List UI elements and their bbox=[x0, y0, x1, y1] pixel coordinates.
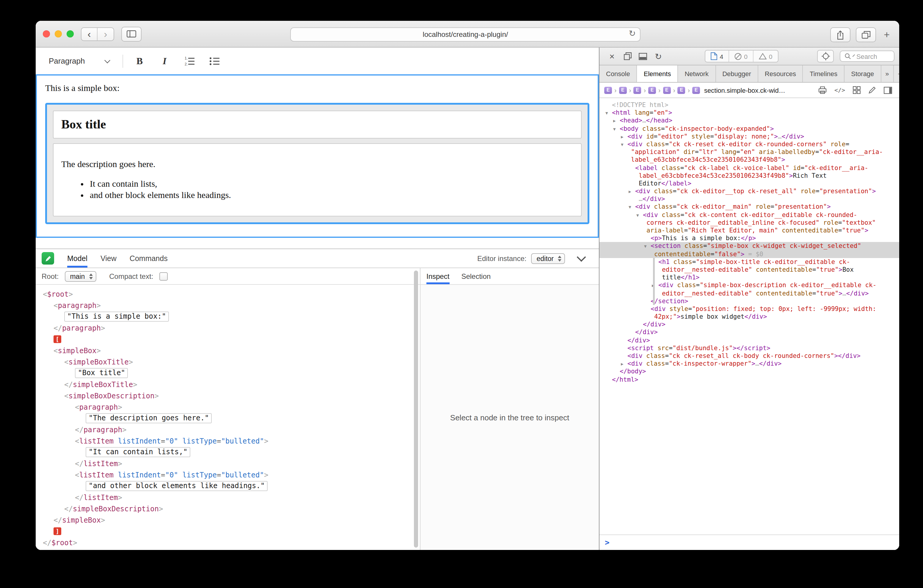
dom-tree-line[interactable]: <h1 class="simple-box-title ck-editor__e… bbox=[599, 258, 899, 266]
zoom-window-button[interactable] bbox=[67, 30, 74, 38]
rich-text-editable[interactable]: This is a simple box: Box title The desc… bbox=[36, 74, 599, 238]
element-badge-icon[interactable]: E bbox=[619, 87, 627, 94]
dom-tree-line[interactable]: contenteditable="false"> = $0 bbox=[599, 250, 899, 258]
dom-tree-line[interactable]: </body> bbox=[599, 368, 899, 375]
simple-box-list-item[interactable]: It can contain lists, bbox=[90, 179, 573, 189]
print-styles-icon[interactable] bbox=[818, 86, 827, 94]
devtools-tab-timelines[interactable]: Timelines bbox=[803, 66, 844, 82]
element-badge-icon[interactable]: E bbox=[678, 87, 685, 94]
model-tree-line[interactable]: "This is a simple box:" bbox=[36, 311, 420, 322]
model-tree-line[interactable]: </$root> bbox=[36, 537, 420, 548]
minimize-window-button[interactable] bbox=[55, 30, 62, 38]
dom-tree-line[interactable]: <!DOCTYPE html> bbox=[599, 101, 899, 109]
model-tree-line[interactable]: <paragraph> bbox=[36, 401, 420, 412]
show-source-icon[interactable]: </> bbox=[834, 87, 845, 94]
reload-icon[interactable]: ↻ bbox=[629, 28, 636, 38]
dom-tree-line[interactable]: Editor</label> bbox=[599, 179, 899, 187]
disclosure-open-icon[interactable]: ▾ bbox=[613, 125, 620, 133]
tab-overview-button[interactable] bbox=[856, 27, 876, 42]
editor-paragraph[interactable]: This is a simple box: bbox=[45, 83, 590, 94]
tab-overflow-icon[interactable]: » bbox=[881, 66, 893, 82]
dom-tree-line[interactable]: ▾<body class="ck-inspector-body-expanded… bbox=[599, 125, 899, 132]
dom-tree-line[interactable]: corners ck-editor__editable_inline ck-fo… bbox=[599, 219, 899, 227]
inspector-tab-model[interactable]: Model bbox=[67, 249, 87, 268]
simple-box-description-editable[interactable]: The description goes here. It can contai… bbox=[53, 143, 581, 217]
issues-count-button[interactable]: 0 bbox=[729, 51, 753, 62]
devtools-tab-console[interactable]: Console bbox=[599, 66, 637, 82]
dom-tree-line[interactable]: editor__nested-editable" contenteditable… bbox=[599, 289, 899, 297]
details-sidebar-icon[interactable] bbox=[884, 87, 892, 94]
italic-button[interactable]: I bbox=[156, 53, 173, 69]
disclosure-open-icon[interactable]: ▾ bbox=[644, 243, 650, 251]
disclosure-closed-icon[interactable]: ▸ bbox=[621, 360, 627, 368]
devtools-tab-network[interactable]: Network bbox=[678, 66, 716, 82]
dom-tree-line[interactable]: title</h1> bbox=[599, 273, 899, 281]
address-bar[interactable]: localhost/creating-a-plugin/ ↻ bbox=[290, 27, 641, 42]
element-badge-icon[interactable]: E bbox=[663, 87, 670, 94]
root-select[interactable]: main bbox=[64, 271, 96, 281]
dom-tree-line[interactable]: ▾<div class="ck ck-reset ck-editor ck-ro… bbox=[599, 140, 899, 148]
console-prompt-row[interactable]: > bbox=[599, 534, 899, 550]
devtools-tab-elements[interactable]: Elements bbox=[637, 66, 678, 82]
dom-tree-line[interactable]: </section> bbox=[599, 297, 899, 305]
model-tree-line[interactable]: </paragraph> bbox=[36, 424, 420, 435]
inspector-side-tab-inspect[interactable]: Inspect bbox=[426, 268, 449, 284]
dom-tree-line[interactable]: </html> bbox=[599, 375, 899, 383]
simple-box-list-item[interactable]: and other block elements like headings. bbox=[90, 190, 573, 200]
dom-tree-line[interactable]: <p>This is a simple box:</p> bbox=[599, 234, 899, 242]
edit-icon[interactable] bbox=[868, 86, 876, 94]
element-badge-icon[interactable]: E bbox=[634, 87, 641, 94]
disclosure-open-icon[interactable]: ▾ bbox=[621, 141, 627, 149]
model-tree-line[interactable]: [ bbox=[36, 333, 420, 345]
back-button[interactable]: ‹ bbox=[82, 28, 97, 40]
dom-tree-line[interactable]: </div> bbox=[599, 328, 899, 336]
close-devtools-button[interactable]: × bbox=[604, 50, 620, 63]
new-tab-button[interactable]: + bbox=[881, 29, 892, 41]
tree-scrollbar[interactable] bbox=[414, 271, 418, 548]
disclosure-closed-icon[interactable]: ▸ bbox=[629, 188, 635, 195]
search-input[interactable] bbox=[856, 53, 891, 60]
model-tree-line[interactable]: <simpleBox> bbox=[36, 345, 420, 356]
dom-tree-line[interactable]: aria-label="Rich Text Editor, main" cont… bbox=[599, 227, 899, 234]
forward-button[interactable]: › bbox=[97, 28, 113, 40]
dom-tree-line[interactable]: ▾<div class="ck ck-editor__main" role="p… bbox=[599, 203, 899, 211]
element-badge-icon[interactable]: E bbox=[648, 87, 656, 94]
disclosure-closed-icon[interactable]: ▸ bbox=[621, 133, 627, 141]
numbered-list-button[interactable]: 1. 2. bbox=[181, 53, 198, 69]
dom-tree-line[interactable]: ▾<html lang="en"> bbox=[599, 109, 899, 117]
bulleted-list-button[interactable] bbox=[206, 53, 223, 69]
warnings-count-button[interactable]: 0 bbox=[753, 51, 778, 62]
disclosure-closed-icon[interactable]: ▸ bbox=[613, 117, 620, 125]
dom-tree-line[interactable]: label_e63cbbfece34c53ce23501062343f49b8"… bbox=[599, 171, 899, 179]
dom-tree-line[interactable]: <div style="position: fixed; top: 0px; l… bbox=[599, 305, 899, 313]
dock-bottom-button[interactable] bbox=[635, 50, 650, 63]
model-tree-line[interactable]: ] bbox=[36, 526, 420, 537]
box-title-heading[interactable]: Box title bbox=[61, 117, 573, 132]
inspector-tab-commands[interactable]: Commands bbox=[130, 249, 168, 268]
disclosure-open-icon[interactable]: ▾ bbox=[629, 204, 635, 211]
simple-box-title-editable[interactable]: Box title bbox=[53, 110, 581, 138]
dom-tree-line[interactable]: ▾<div class="ck ck-content ck-editor__ed… bbox=[599, 211, 899, 218]
devtools-tab-storage[interactable]: Storage bbox=[844, 66, 881, 82]
dom-tree-line[interactable]: …</div> bbox=[599, 195, 899, 203]
model-tree-line[interactable]: <paragraph> bbox=[36, 300, 420, 311]
dom-tree-line[interactable]: ▸<div class="ck ck-editor__top ck-reset_… bbox=[599, 187, 899, 195]
dom-tree-line[interactable]: ▸<div class="simple-box-description ck-e… bbox=[599, 281, 899, 289]
devtools-tab-debugger[interactable]: Debugger bbox=[716, 66, 758, 82]
sidebar-toggle-button[interactable] bbox=[122, 26, 141, 41]
dom-tree-line[interactable]: "application" dir="ltr" lang="en" aria-l… bbox=[599, 148, 899, 156]
compact-text-checkbox[interactable] bbox=[159, 272, 168, 280]
reload-page-button[interactable]: ↻ bbox=[650, 50, 666, 63]
devtools-search[interactable] bbox=[840, 51, 895, 62]
close-window-button[interactable] bbox=[43, 30, 50, 38]
model-tree-line[interactable]: </paragraph> bbox=[36, 322, 420, 333]
model-tree-line[interactable]: </listItem> bbox=[36, 458, 420, 469]
element-picker-button[interactable] bbox=[817, 50, 834, 62]
model-tree-line[interactable]: <listItem listIndent="0" listType="bulle… bbox=[36, 469, 420, 480]
add-tab-button[interactable]: + bbox=[894, 66, 899, 82]
editor-instance-select[interactable]: editor bbox=[531, 253, 565, 264]
model-tree-line[interactable]: "The description goes here." bbox=[36, 412, 420, 424]
dom-tree-line[interactable]: </div> bbox=[599, 336, 899, 344]
model-tree-line[interactable]: "It can contain lists," bbox=[36, 447, 420, 458]
model-tree-line[interactable]: </simpleBoxDescription> bbox=[36, 503, 420, 514]
